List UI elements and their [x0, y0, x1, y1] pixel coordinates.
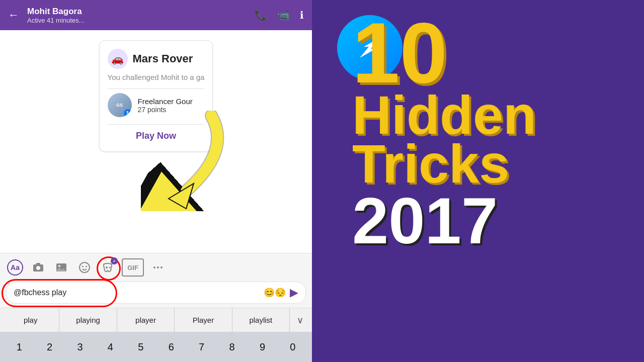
aa-button[interactable]: Aa	[6, 258, 24, 277]
autocomplete-player-lower[interactable]: player	[117, 308, 175, 332]
video-call-icon[interactable]: 📹	[277, 9, 290, 21]
top-row: 10	[352, 10, 629, 96]
photo-button[interactable]	[52, 258, 70, 277]
emoji-icon	[78, 261, 91, 274]
score-row: GS 1 Freelancer Gour 27 points	[108, 93, 205, 117]
autocomplete-bar: play playing player Player playlist ∨	[0, 308, 312, 332]
call-icon[interactable]: 📞	[255, 9, 267, 21]
svg-point-3	[36, 266, 40, 270]
player-points: 27 points	[138, 106, 193, 114]
autocomplete-playing[interactable]: playing	[59, 308, 117, 332]
camera-button[interactable]	[29, 258, 47, 277]
left-panel: ← Mohit Bagora Active 41 minutes... 📞 📹 …	[0, 0, 312, 362]
header-name-block: Mohit Bagora Active 41 minutes...	[27, 7, 247, 24]
messenger-header: ← Mohit Bagora Active 41 minutes... 📞 📹 …	[0, 0, 312, 30]
chat-area: 🚗 Mars Rover You challenged Mohit to a g…	[0, 30, 312, 253]
contact-name: Mohit Bagora	[27, 7, 247, 17]
promo-text-block: 10 Hidden Tricks 2017	[352, 10, 629, 253]
send-button[interactable]: ▶	[290, 286, 298, 299]
year-label: 2017	[352, 188, 498, 253]
emoji-button[interactable]	[75, 258, 94, 277]
game-card: 🚗 Mars Rover You challenged Mohit to a g…	[99, 40, 213, 152]
expand-autocomplete-button[interactable]: ∨	[290, 308, 310, 332]
gif-button[interactable]: GIF	[122, 258, 144, 277]
score-info: Freelancer Gour 27 points	[138, 97, 193, 114]
game-title: Mars Rover	[133, 52, 193, 65]
photo-icon	[55, 261, 67, 274]
tricks-label: Tricks	[352, 139, 509, 188]
svg-point-16	[160, 266, 163, 268]
player-avatar: GS 1	[108, 93, 132, 117]
key-1[interactable]: 1	[4, 341, 34, 353]
header-icons: 📞 📹 ℹ	[255, 9, 304, 21]
svg-point-6	[58, 265, 60, 267]
key-4[interactable]: 4	[95, 341, 125, 353]
svg-point-10	[86, 266, 87, 267]
number-10: 10	[352, 10, 447, 96]
game-plus-badge: +	[111, 257, 118, 264]
svg-rect-4	[36, 263, 40, 265]
svg-point-8	[79, 262, 90, 273]
contact-status: Active 41 minutes...	[27, 17, 247, 24]
svg-point-14	[153, 266, 155, 268]
svg-point-15	[157, 266, 159, 268]
game-icon: 🚗	[108, 49, 128, 69]
key-8[interactable]: 8	[217, 341, 247, 353]
emoji-suggestion: 😊😔	[264, 287, 286, 298]
autocomplete-play[interactable]: play	[2, 308, 59, 332]
key-5[interactable]: 5	[126, 341, 156, 353]
message-input-container: 😊😔 ▶	[0, 282, 312, 308]
autocomplete-playlist[interactable]: playlist	[232, 308, 290, 332]
info-icon[interactable]: ℹ	[300, 9, 304, 21]
svg-point-9	[82, 266, 84, 267]
game-card-title-row: 🚗 Mars Rover	[108, 49, 205, 69]
key-9[interactable]: 9	[247, 341, 277, 353]
rank-badge: 1	[124, 109, 132, 117]
more-button[interactable]	[149, 258, 167, 277]
key-2[interactable]: 2	[34, 341, 64, 353]
keyboard-number-row: 1 2 3 4 5 6 7 8 9 0	[0, 332, 312, 362]
autocomplete-player-upper[interactable]: Player	[175, 308, 232, 332]
play-now-button[interactable]: Play Now	[108, 129, 205, 143]
camera-icon	[32, 261, 44, 274]
key-0[interactable]: 0	[278, 341, 308, 353]
game-button[interactable]: +	[99, 258, 117, 277]
player-name: Freelancer Gour	[138, 97, 193, 106]
more-icon	[152, 261, 164, 274]
key-3[interactable]: 3	[65, 341, 95, 353]
hidden-label: Hidden	[352, 90, 536, 139]
divider2	[108, 124, 205, 125]
aa-label: Aa	[7, 259, 23, 276]
key-6[interactable]: 6	[156, 341, 186, 353]
divider	[108, 88, 205, 89]
input-toolbar: Aa	[0, 253, 312, 282]
message-input[interactable]	[14, 288, 260, 297]
message-input-row: 😊😔 ▶	[6, 282, 306, 304]
gif-label: GIF	[127, 264, 138, 272]
key-7[interactable]: 7	[186, 341, 216, 353]
right-panel: 10 Hidden Tricks 2017	[312, 0, 644, 362]
back-button[interactable]: ←	[8, 9, 19, 22]
challenge-text: You challenged Mohit to a ga	[108, 73, 205, 81]
